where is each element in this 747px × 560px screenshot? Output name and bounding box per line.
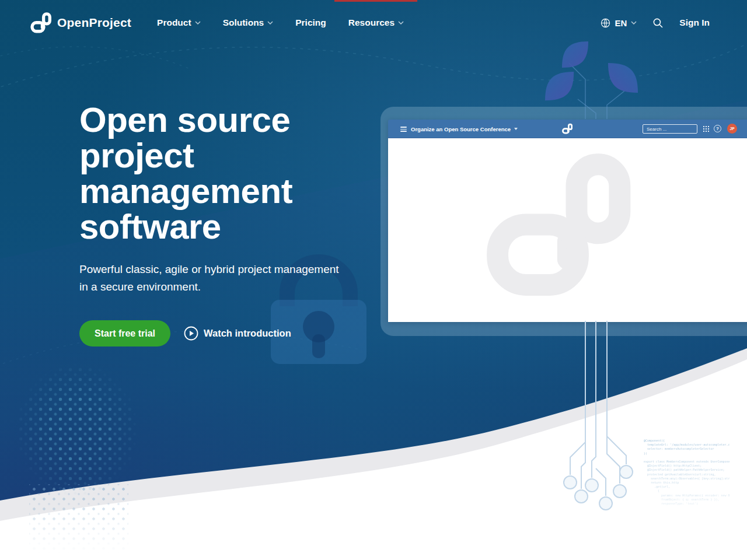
app-window: Organize an Open Source Conference: [388, 120, 747, 322]
app-header-bar: Organize an Open Source Conference: [388, 120, 747, 138]
openproject-logo-icon: [30, 12, 51, 34]
watch-introduction-button[interactable]: Watch introduction: [184, 326, 291, 341]
leaves-decoration: [537, 34, 654, 121]
dot-pattern-faded-decoration: [29, 484, 128, 557]
apps-grid-icon[interactable]: [703, 126, 709, 132]
openproject-watermark-icon: [479, 153, 637, 302]
nav-links: Product Solutions Pricing Resources: [157, 18, 404, 28]
play-icon: [184, 326, 198, 341]
cta-row: Start free trial Watch introduction: [79, 320, 339, 346]
nav-item-pricing[interactable]: Pricing: [295, 18, 326, 28]
openproject-logo-text: OpenProject: [57, 16, 131, 30]
project-menu[interactable]: Organize an Open Source Conference: [411, 120, 518, 138]
hero-section: Open source project management software …: [79, 102, 339, 346]
openproject-mark-icon: [562, 123, 573, 135]
hero-subheading: Powerful classic, agile or hybrid projec…: [79, 261, 339, 295]
globe-icon: [601, 18, 610, 28]
chevron-down-icon: [631, 21, 637, 24]
nav-item-resources[interactable]: Resources: [348, 18, 404, 28]
chevron-down-icon: [398, 21, 404, 24]
top-red-bar-decoration: [334, 0, 417, 2]
sign-in-link[interactable]: Sign In: [679, 18, 710, 28]
watch-introduction-label: Watch introduction: [204, 328, 291, 339]
hamburger-menu-icon[interactable]: [400, 127, 407, 133]
top-navigation: OpenProject Product Solutions Pricing Re…: [0, 0, 747, 46]
circuit-traces-decoration: [554, 320, 659, 518]
language-label: EN: [615, 18, 627, 28]
openproject-logo[interactable]: OpenProject: [30, 12, 131, 34]
user-avatar[interactable]: JP: [727, 124, 737, 134]
project-menu-label: Organize an Open Source Conference: [411, 126, 511, 132]
caret-down-icon: [514, 128, 518, 130]
app-screenshot-frame: Organize an Open Source Conference: [381, 107, 747, 336]
help-icon[interactable]: ?: [714, 125, 721, 132]
nav-item-product[interactable]: Product: [157, 18, 201, 28]
nav-item-solutions[interactable]: Solutions: [223, 18, 274, 28]
chevron-down-icon: [267, 21, 273, 24]
search-icon[interactable]: [652, 18, 664, 29]
chevron-down-icon: [195, 21, 201, 24]
app-search-input[interactable]: [643, 124, 697, 134]
nav-right-group: EN Sign In: [601, 18, 710, 29]
hero-heading: Open source project management software: [79, 102, 339, 244]
language-selector[interactable]: EN: [601, 18, 637, 28]
start-free-trial-button[interactable]: Start free trial: [79, 320, 170, 346]
openproject-landing-page: @Component({ templateUrl: '/app/modules/…: [0, 0, 747, 560]
app-content-area: [388, 138, 747, 322]
